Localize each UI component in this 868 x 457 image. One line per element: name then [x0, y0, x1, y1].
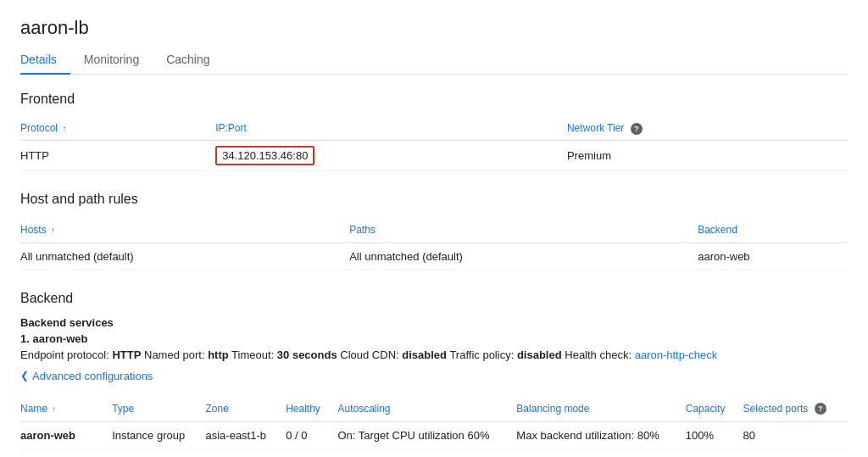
- health-check-link[interactable]: aaron-http-check: [635, 348, 718, 361]
- hosts-header[interactable]: Hosts ↑: [20, 217, 349, 243]
- frontend-table: Protocol ↑ IP:Port Network Tier ? HTTP 3…: [20, 117, 848, 171]
- host-path-section: Host and path rules Hosts ↑ Paths Backen…: [20, 192, 848, 270]
- paths-header: Paths: [349, 217, 698, 243]
- balancing-mode-header: Balancing mode: [516, 396, 685, 422]
- host-path-row: All unmatched (default) All unmatched (d…: [20, 242, 848, 270]
- instance-selected-ports: 80: [743, 422, 848, 449]
- backends-table: Name ↑ Type Zone Healthy Autoscaling Bal…: [20, 396, 848, 450]
- ip-port-highlight: 34.120.153.46:80: [215, 146, 314, 165]
- network-tier-label: Network Tier: [567, 122, 624, 134]
- name-sort-icon: ↑: [52, 404, 56, 414]
- backend-title: Backend: [20, 291, 848, 306]
- timeout-label: Timeout:: [231, 348, 274, 361]
- backend-info: Endpoint protocol: HTTP Named port: http…: [20, 347, 848, 365]
- cloud-cdn-value: disabled: [402, 348, 447, 361]
- cloud-cdn-label: Cloud CDN:: [340, 348, 398, 361]
- instance-name: aaron-web: [20, 422, 112, 449]
- endpoint-protocol-value: HTTP: [112, 348, 141, 361]
- backend-service-name: 1. aaron-web: [20, 332, 848, 345]
- advanced-config-label: Advanced configurations: [32, 370, 153, 382]
- page-title: aaron-lb: [20, 17, 848, 39]
- protocol-sort-icon: ↑: [62, 124, 66, 133]
- selected-ports-label: Selected ports: [743, 403, 809, 415]
- selected-ports-help-icon[interactable]: ?: [815, 403, 826, 415]
- chevron-icon: ❮: [20, 370, 29, 382]
- instance-zone: asia-east1-b: [205, 422, 286, 449]
- ipport-header: IP:Port: [215, 117, 567, 140]
- type-header: Type: [112, 396, 205, 422]
- host-path-title: Host and path rules: [20, 192, 848, 207]
- backend-service-number: 1.: [20, 332, 30, 345]
- autoscaling-header: Autoscaling: [337, 396, 516, 422]
- capacity-header: Capacity: [686, 396, 743, 422]
- instance-type: Instance group: [112, 422, 205, 449]
- named-port-value: http: [208, 348, 229, 361]
- instance-row: aaron-web Instance group asia-east1-b 0 …: [20, 422, 848, 449]
- name-label: Name: [20, 403, 47, 415]
- protocol-value: HTTP: [20, 140, 215, 170]
- tab-details[interactable]: Details: [20, 46, 70, 75]
- zone-header: Zone: [205, 396, 286, 422]
- name-header[interactable]: Name ↑: [20, 396, 112, 422]
- endpoint-protocol-label: Endpoint protocol:: [20, 348, 109, 361]
- instance-healthy: 0 / 0: [286, 422, 337, 449]
- protocol-header[interactable]: Protocol ↑: [20, 117, 215, 140]
- advanced-config-toggle[interactable]: ❮ Advanced configurations: [20, 370, 848, 382]
- tab-monitoring[interactable]: Monitoring: [84, 46, 153, 75]
- network-tier-value: Premium: [567, 140, 848, 170]
- hosts-label: Hosts: [20, 224, 47, 236]
- named-port-label: Named port:: [144, 348, 205, 361]
- backend-header: Backend: [698, 217, 848, 243]
- backend-section: Backend Backend services 1. aaron-web En…: [20, 291, 848, 450]
- backend-services-title: Backend services: [20, 316, 848, 329]
- instance-capacity: 100%: [686, 422, 743, 449]
- traffic-policy-label: Traffic policy:: [449, 348, 514, 361]
- healthy-header: Healthy: [286, 396, 337, 422]
- backend-service-name-text: aaron-web: [32, 332, 87, 345]
- instance-autoscaling: On: Target CPU utilization 60%: [337, 422, 516, 449]
- paths-value: All unmatched (default): [349, 242, 698, 270]
- hosts-value: All unmatched (default): [20, 242, 349, 270]
- selected-ports-header: Selected ports ?: [743, 396, 848, 422]
- tab-caching[interactable]: Caching: [166, 46, 223, 75]
- traffic-policy-value: disabled: [517, 348, 562, 361]
- health-check-label: Health check:: [565, 348, 632, 361]
- network-tier-header: Network Tier ?: [567, 117, 848, 140]
- instance-balancing-mode: Max backend utilization: 80%: [516, 422, 685, 449]
- tabs-bar: Details Monitoring Caching: [20, 46, 848, 75]
- timeout-value: 30 seconds: [277, 348, 337, 361]
- frontend-row: HTTP 34.120.153.46:80 Premium: [20, 140, 848, 170]
- backend-value: aaron-web: [698, 242, 848, 270]
- ip-port-value: 34.120.153.46:80: [215, 140, 567, 170]
- host-path-table: Hosts ↑ Paths Backend All unmatched (def…: [20, 217, 848, 270]
- protocol-label: Protocol: [20, 122, 58, 134]
- hosts-sort-icon: ↑: [51, 226, 55, 235]
- network-tier-help-icon[interactable]: ?: [631, 123, 643, 135]
- frontend-title: Frontend: [20, 92, 848, 107]
- frontend-section: Frontend Protocol ↑ IP:Port Network Tier…: [20, 92, 848, 171]
